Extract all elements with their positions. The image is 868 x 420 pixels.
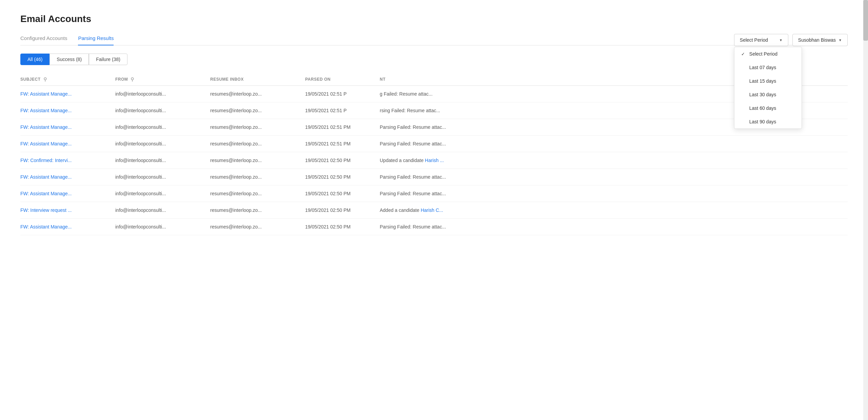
resume-inbox-cell: resumes@interloop.zo...: [210, 141, 305, 146]
th-resume-inbox: RESUME INBOX: [210, 77, 305, 82]
period-option-30days[interactable]: Last 30 days: [734, 88, 802, 101]
table-row: FW: Assistant Manage... info@interloopco…: [20, 169, 848, 185]
parsed-on-cell: 19/05/2021 02:51 PM: [305, 141, 380, 146]
th-from: FROM ⚲: [115, 77, 210, 82]
comment-cell: Parsing Failed: Resume attac...: [380, 174, 848, 180]
resume-inbox-cell: resumes@interloop.zo...: [210, 174, 305, 180]
subject-cell[interactable]: FW: Assistant Manage...: [20, 124, 115, 130]
filter-failure-button[interactable]: Failure (38): [89, 54, 127, 65]
resume-inbox-cell: resumes@interloop.zo...: [210, 91, 305, 97]
filter-all-button[interactable]: All (46): [20, 54, 50, 65]
resume-inbox-cell: resumes@interloop.zo...: [210, 124, 305, 130]
subject-cell[interactable]: FW: Assistant Manage...: [20, 224, 115, 229]
parsed-on-cell: 19/05/2021 02:51 P: [305, 108, 380, 113]
table-row: FW: Assistant Manage... info@interloopco…: [20, 102, 848, 119]
subject-cell[interactable]: FW: Assistant Manage...: [20, 174, 115, 180]
user-dropdown-label: Susobhan Biswas: [798, 37, 836, 43]
parsed-on-cell: 19/05/2021 02:51 P: [305, 91, 380, 97]
right-controls: Select Period ▼ ✓ Select Period Last 07 …: [734, 34, 848, 46]
subject-cell[interactable]: FW: Assistant Manage...: [20, 191, 115, 196]
email-table: SUBJECT ⚲ FROM ⚲ RESUME INBOX PARSED ON …: [20, 73, 848, 235]
resume-inbox-cell: resumes@interloop.zo...: [210, 224, 305, 229]
period-option-60days-label: Last 60 days: [749, 105, 776, 111]
th-parsed-on: PARSED ON: [305, 77, 380, 82]
period-dropdown-wrapper: Select Period ▼ ✓ Select Period Last 07 …: [734, 34, 788, 46]
period-dropdown-button[interactable]: Select Period ▼: [734, 34, 788, 46]
comment-text: Updated a candidate: [380, 158, 425, 163]
comment-cell: Added a candidate Harish C...: [380, 207, 848, 213]
table-row: FW: Assistant Manage... info@interloopco…: [20, 86, 848, 102]
table-row: FW: Assistant Manage... info@interloopco…: [20, 219, 848, 235]
user-dropdown-button[interactable]: Susobhan Biswas ▼: [792, 34, 848, 46]
period-dropdown-label: Select Period: [740, 37, 768, 43]
subject-search-icon[interactable]: ⚲: [43, 77, 47, 82]
comment-link[interactable]: Harish ...: [425, 158, 444, 163]
scrollbar[interactable]: [863, 0, 868, 249]
parsed-on-cell: 19/05/2021 02:51 PM: [305, 124, 380, 130]
from-cell: info@interloopconsulti...: [115, 158, 210, 163]
table-row: FW: Confirmed: Intervi... info@interloop…: [20, 152, 848, 169]
subject-cell[interactable]: FW: Assistant Manage...: [20, 91, 115, 97]
period-option-select[interactable]: ✓ Select Period: [734, 47, 802, 61]
period-option-30days-label: Last 30 days: [749, 92, 776, 97]
resume-inbox-cell: resumes@interloop.zo...: [210, 108, 305, 113]
period-option-select-label: Select Period: [749, 51, 777, 57]
comment-cell: Parsing Failed: Resume attac...: [380, 141, 848, 146]
period-option-90days[interactable]: Last 90 days: [734, 115, 802, 128]
from-cell: info@interloopconsulti...: [115, 141, 210, 146]
comment-text: Added a candidate: [380, 207, 421, 213]
table-row: FW: Assistant Manage... info@interloopco…: [20, 136, 848, 152]
th-comment-label: NT: [380, 77, 386, 82]
period-option-60days[interactable]: Last 60 days: [734, 101, 802, 115]
period-dropdown-menu: ✓ Select Period Last 07 days Last 15 day…: [734, 47, 802, 129]
th-from-label: FROM: [115, 77, 128, 82]
period-option-15days[interactable]: Last 15 days: [734, 74, 802, 88]
period-option-90days-label: Last 90 days: [749, 119, 776, 124]
page-title: Email Accounts: [20, 14, 848, 24]
table-header: SUBJECT ⚲ FROM ⚲ RESUME INBOX PARSED ON …: [20, 73, 848, 86]
from-cell: info@interloopconsulti...: [115, 207, 210, 213]
filter-buttons: All (46) Success (8) Failure (38): [20, 54, 127, 65]
period-option-7days-label: Last 07 days: [749, 65, 776, 70]
resume-inbox-cell: resumes@interloop.zo...: [210, 207, 305, 213]
th-parsed-on-label: PARSED ON: [305, 77, 331, 82]
period-option-7days[interactable]: Last 07 days: [734, 61, 802, 74]
th-resume-inbox-label: RESUME INBOX: [210, 77, 244, 82]
subject-cell[interactable]: FW: Interview request ...: [20, 207, 115, 213]
subject-cell[interactable]: FW: Confirmed: Intervi...: [20, 158, 115, 163]
table-row: FW: Interview request ... info@interloop…: [20, 202, 848, 219]
parsed-on-cell: 19/05/2021 02:50 PM: [305, 224, 380, 229]
user-chevron-icon: ▼: [839, 38, 842, 42]
comment-cell: Parsing Failed: Resume attac...: [380, 191, 848, 196]
subject-cell[interactable]: FW: Assistant Manage...: [20, 108, 115, 113]
filter-success-button[interactable]: Success (8): [50, 54, 89, 65]
tab-configured-accounts[interactable]: Configured Accounts: [20, 33, 67, 45]
period-chevron-icon: ▼: [779, 38, 783, 42]
comment-link[interactable]: Harish C...: [421, 207, 443, 213]
from-cell: info@interloopconsulti...: [115, 91, 210, 97]
resume-inbox-cell: resumes@interloop.zo...: [210, 158, 305, 163]
th-subject: SUBJECT ⚲: [20, 77, 115, 82]
subject-cell[interactable]: FW: Assistant Manage...: [20, 141, 115, 146]
user-dropdown-wrapper: Susobhan Biswas ▼: [792, 34, 848, 46]
from-cell: info@interloopconsulti...: [115, 174, 210, 180]
from-cell: info@interloopconsulti...: [115, 108, 210, 113]
tabs-row: Configured Accounts Parsing Results: [20, 33, 848, 45]
checkmark-icon: ✓: [741, 52, 747, 57]
from-cell: info@interloopconsulti...: [115, 124, 210, 130]
parsed-on-cell: 19/05/2021 02:50 PM: [305, 191, 380, 196]
comment-cell: Updated a candidate Harish ...: [380, 158, 848, 163]
table-row: FW: Assistant Manage... info@interloopco…: [20, 119, 848, 136]
resume-inbox-cell: resumes@interloop.zo...: [210, 191, 305, 196]
table-row: FW: Assistant Manage... info@interloopco…: [20, 185, 848, 202]
scrollbar-thumb[interactable]: [863, 0, 868, 41]
comment-cell: Parsing Failed: Resume attac...: [380, 224, 848, 229]
from-cell: info@interloopconsulti...: [115, 191, 210, 196]
from-search-icon[interactable]: ⚲: [131, 77, 134, 82]
parsed-on-cell: 19/05/2021 02:50 PM: [305, 207, 380, 213]
parsed-on-cell: 19/05/2021 02:50 PM: [305, 174, 380, 180]
parsed-on-cell: 19/05/2021 02:50 PM: [305, 158, 380, 163]
tab-parsing-results[interactable]: Parsing Results: [78, 33, 114, 45]
period-option-15days-label: Last 15 days: [749, 78, 776, 84]
th-subject-label: SUBJECT: [20, 77, 41, 82]
